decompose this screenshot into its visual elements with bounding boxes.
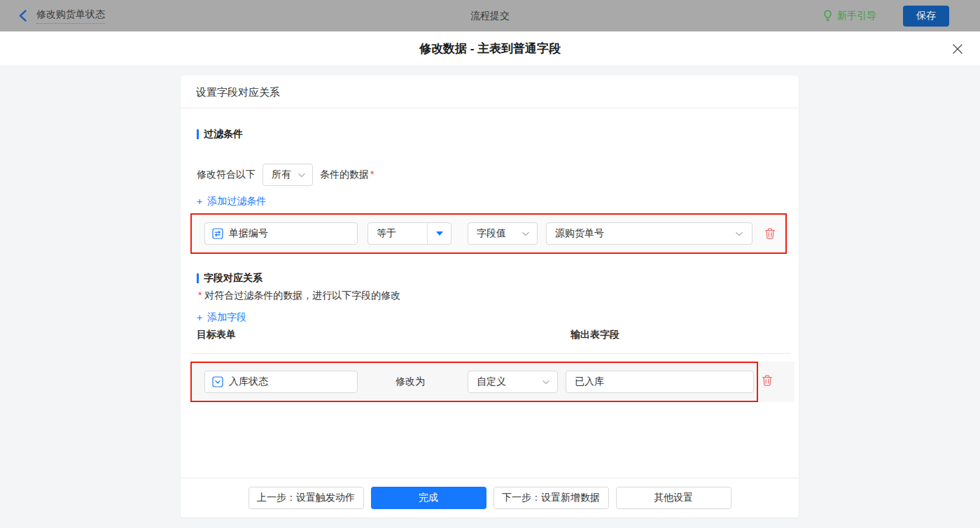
filter-operator-value: 等于 bbox=[368, 227, 427, 240]
modify-to-label: 修改为 bbox=[396, 363, 425, 401]
caret-down-icon bbox=[436, 231, 443, 236]
add-filter-condition-link[interactable]: + 添加过滤条件 bbox=[197, 195, 266, 208]
other-settings-button[interactable]: 其他设置 bbox=[616, 487, 732, 509]
mapping-description: * 对符合过滤条件的数据，进行以下字段的修改 bbox=[197, 290, 400, 302]
chevron-left-icon bbox=[18, 10, 27, 22]
chevron-down-icon bbox=[298, 173, 306, 178]
dropdown-field-icon bbox=[212, 376, 223, 387]
filter-field-value: 单据编号 bbox=[229, 227, 268, 240]
mapping-value-type: 自定义 bbox=[477, 376, 506, 388]
serial-number-field-icon bbox=[212, 228, 223, 239]
filter-operator-select[interactable]: 等于 bbox=[368, 222, 451, 245]
close-icon[interactable] bbox=[952, 43, 963, 55]
beginner-guide-label: 新手引导 bbox=[837, 10, 876, 22]
required-asterisk: * bbox=[370, 169, 374, 180]
match-mode-select[interactable]: 所有 bbox=[262, 164, 313, 186]
footer-divider bbox=[181, 478, 799, 478]
prev-step-button[interactable]: 上一步：设置触发动作 bbox=[248, 487, 364, 509]
modal-title: 修改数据 - 主表到普通字段 bbox=[0, 31, 980, 66]
done-button[interactable]: 完成 bbox=[371, 487, 486, 509]
chevron-down-icon bbox=[542, 380, 550, 385]
filter-value-field: 源购货单号 bbox=[555, 227, 604, 240]
plus-icon: + bbox=[197, 196, 202, 207]
back-button[interactable] bbox=[18, 10, 29, 22]
section-accent-bar bbox=[197, 273, 199, 283]
target-field-value: 入库状态 bbox=[229, 376, 268, 388]
delete-filter-row-icon[interactable] bbox=[764, 227, 776, 240]
match-suffix-label: 条件的数据* bbox=[320, 169, 374, 181]
match-mode-value: 所有 bbox=[272, 169, 291, 181]
workflow-name[interactable]: 修改购货单状态 bbox=[36, 8, 105, 24]
filter-value-type: 字段值 bbox=[477, 227, 506, 240]
add-filter-label: 添加过滤条件 bbox=[207, 195, 266, 208]
chevron-down-icon bbox=[522, 231, 530, 236]
match-prefix-label: 修改符合以下 bbox=[197, 169, 255, 181]
mapping-row: 入库状态 修改为 自定义 bbox=[190, 362, 794, 402]
target-field-picker[interactable]: 入库状态 bbox=[204, 371, 358, 393]
filter-section-title: 过滤条件 bbox=[197, 128, 243, 141]
section-accent-bar bbox=[197, 129, 199, 139]
operator-caret-button[interactable] bbox=[427, 223, 451, 244]
add-field-label: 添加字段 bbox=[207, 311, 246, 324]
modal-body: 设置字段对应关系 过滤条件 修改符合以下 所有 条件的数据* + 添加过滤条件 bbox=[0, 66, 980, 528]
column-header-output-field: 输出表字段 bbox=[570, 329, 620, 341]
filter-value-field-select[interactable]: 源购货单号 bbox=[546, 222, 752, 245]
footer-actions: 上一步：设置触发动作 完成 下一步：设置新增数据 其他设置 bbox=[181, 487, 799, 509]
modal-header: 修改数据 - 主表到普通字段 bbox=[0, 31, 980, 66]
add-field-link[interactable]: + 添加字段 bbox=[197, 311, 246, 324]
mapping-value-input[interactable] bbox=[566, 371, 754, 393]
filter-condition-row-highlighted: 单据编号 等于 字段值 源购货单号 bbox=[190, 213, 787, 254]
mapping-section-title: 字段对应关系 bbox=[197, 272, 262, 285]
chevron-down-icon bbox=[735, 231, 743, 236]
mapping-row-highlighted: 入库状态 修改为 自定义 bbox=[190, 362, 758, 402]
card-title: 设置字段对应关系 bbox=[181, 76, 799, 108]
plus-icon: + bbox=[197, 312, 202, 323]
mapping-value-type-select[interactable]: 自定义 bbox=[468, 371, 558, 393]
delete-mapping-row-icon[interactable] bbox=[761, 374, 774, 387]
topbar: 修改购货单状态 流程提交 新手引导 保存 bbox=[0, 0, 980, 31]
match-condition-row: 修改符合以下 所有 条件的数据* bbox=[197, 164, 374, 186]
filter-field-picker[interactable]: 单据编号 bbox=[204, 222, 358, 245]
column-divider bbox=[190, 353, 791, 354]
required-asterisk: * bbox=[198, 290, 202, 301]
beginner-guide-link[interactable]: 新手引导 bbox=[822, 10, 876, 22]
filter-value-type-select[interactable]: 字段值 bbox=[468, 222, 538, 245]
column-header-target-form: 目标表单 bbox=[197, 329, 236, 341]
save-button[interactable]: 保存 bbox=[903, 6, 949, 27]
next-step-button[interactable]: 下一步：设置新增数据 bbox=[493, 487, 609, 509]
settings-card: 设置字段对应关系 过滤条件 修改符合以下 所有 条件的数据* + 添加过滤条件 bbox=[181, 76, 799, 518]
lightbulb-icon bbox=[822, 10, 833, 22]
